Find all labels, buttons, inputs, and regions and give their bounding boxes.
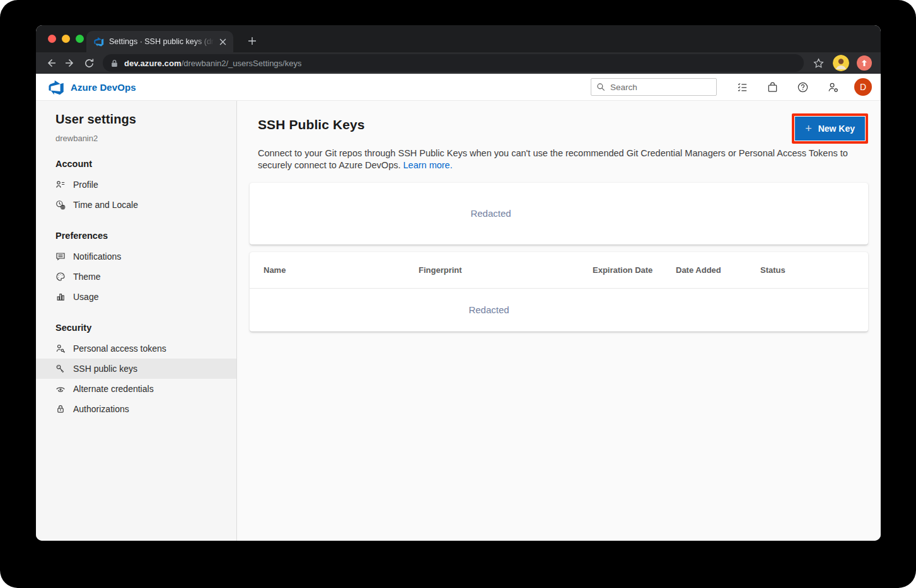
person-key-icon — [55, 343, 66, 354]
section-header-preferences: Preferences — [36, 231, 236, 241]
sidebar-item-label: Alternate credentials — [73, 384, 154, 394]
main-header-row: SSH Public Keys + New Key — [258, 113, 868, 144]
table-header-row: Name Fingerprint Expiration Date Date Ad… — [250, 252, 868, 289]
key-icon — [55, 364, 66, 374]
tab-title: Settings · SSH public keys (dre — [109, 37, 217, 46]
account-avatar[interactable]: D — [854, 78, 872, 96]
sidebar-item-personal-access-tokens[interactable]: Personal access tokens — [36, 338, 236, 359]
sidebar-item-alternate-credentials[interactable]: Alternate credentials — [36, 379, 236, 399]
sidebar-item-label: Authorizations — [73, 404, 129, 414]
sidebar-item-profile[interactable]: Profile — [36, 175, 236, 195]
avatar-initial: D — [860, 82, 866, 92]
minimize-window-button[interactable] — [62, 35, 70, 43]
new-tab-button[interactable] — [245, 33, 260, 49]
ssh-key-entry-card: Redacted — [250, 183, 868, 245]
comment-icon — [55, 251, 66, 262]
sidebar-item-time-and-locale[interactable]: Time and Locale — [36, 195, 236, 215]
sidebar-item-label: Theme — [73, 272, 101, 282]
eye-icon — [55, 384, 66, 394]
column-header-expiration-date: Expiration Date — [593, 265, 676, 275]
sidebar-item-usage[interactable]: Usage — [36, 287, 236, 307]
url-text: dev.azure.com/drewbanin2/_usersSettings/… — [124, 59, 301, 68]
search-box[interactable] — [591, 78, 717, 96]
browser-update-icon[interactable] — [857, 55, 872, 71]
plus-icon: + — [805, 123, 812, 134]
browser-tab[interactable]: Settings · SSH public keys (dre — [86, 31, 233, 52]
work-items-list-icon[interactable] — [727, 76, 757, 98]
sidebar-item-label: Usage — [73, 292, 98, 302]
column-header-name: Name — [264, 265, 419, 275]
tab-close-icon[interactable] — [217, 37, 228, 47]
sidebar-title: User settings — [36, 112, 236, 127]
new-key-button[interactable]: + New Key — [795, 117, 865, 141]
brand-name: Azure DevOps — [71, 82, 136, 93]
azure-devops-home-link[interactable]: Azure DevOps — [49, 79, 136, 95]
column-header-fingerprint: Fingerprint — [419, 265, 593, 275]
search-icon — [596, 83, 605, 91]
table-row: Redacted — [250, 289, 868, 331]
main-panel: SSH Public Keys + New Key Connect to you… — [237, 101, 881, 541]
user-settings-icon[interactable] — [818, 76, 848, 98]
sidebar-item-label: Profile — [73, 180, 98, 190]
forward-icon[interactable] — [61, 54, 79, 72]
zoom-window-button[interactable] — [76, 35, 84, 43]
page-title: SSH Public Keys — [258, 113, 365, 132]
close-window-button[interactable] — [48, 35, 56, 43]
settings-sidebar: User settings drewbanin2 Account Profile… — [36, 101, 237, 541]
browser-window: Settings · SSH public keys (dre — [36, 25, 881, 541]
profile-icon — [55, 180, 66, 190]
sidebar-item-notifications[interactable]: Notifications — [36, 246, 236, 267]
sidebar-item-authorizations[interactable]: Authorizations — [36, 399, 236, 419]
new-key-button-label: New Key — [818, 124, 855, 134]
azure-devops-logo-icon — [49, 79, 64, 95]
column-header-date-added: Date Added — [676, 265, 760, 275]
app-header: Azure DevOps D — [36, 74, 881, 101]
bar-chart-icon — [55, 292, 66, 302]
annotation-highlight: + New Key — [792, 113, 868, 144]
screenshot-canvas: Settings · SSH public keys (dre — [0, 0, 916, 588]
redacted-text: Redacted — [470, 208, 511, 219]
sidebar-item-ssh-public-keys[interactable]: SSH public keys — [36, 359, 236, 379]
ssh-keys-table: Name Fingerprint Expiration Date Date Ad… — [250, 252, 868, 331]
url-domain: dev.azure.com — [124, 59, 182, 68]
lock-icon — [110, 59, 119, 67]
sidebar-item-label: Notifications — [73, 251, 121, 262]
sidebar-item-label: Time and Locale — [73, 200, 138, 210]
azure-devops-favicon — [94, 37, 104, 47]
browser-toolbar: dev.azure.com/drewbanin2/_usersSettings/… — [36, 52, 881, 74]
redacted-text: Redacted — [468, 304, 509, 315]
traffic-lights — [48, 35, 84, 43]
sidebar-item-theme[interactable]: Theme — [36, 267, 236, 287]
back-icon[interactable] — [42, 54, 60, 72]
marketplace-bag-icon[interactable] — [757, 76, 787, 98]
tab-strip: Settings · SSH public keys (dre — [36, 25, 881, 52]
section-header-security: Security — [36, 323, 236, 333]
header-actions: D — [591, 76, 872, 98]
help-icon[interactable] — [787, 76, 818, 98]
lock-shield-icon — [55, 404, 66, 414]
reload-icon[interactable] — [80, 54, 98, 72]
address-bar[interactable]: dev.azure.com/drewbanin2/_usersSettings/… — [103, 54, 804, 72]
sidebar-username: drewbanin2 — [36, 134, 236, 143]
learn-more-link[interactable]: Learn more. — [403, 160, 453, 170]
search-input[interactable] — [610, 83, 711, 92]
section-header-account: Account — [36, 159, 236, 169]
page-content: User settings drewbanin2 Account Profile… — [36, 101, 881, 541]
clock-globe-icon — [55, 200, 66, 210]
palette-icon — [55, 272, 66, 282]
description-text: Connect to your Git repos through SSH Pu… — [258, 148, 848, 170]
column-header-status: Status — [760, 265, 868, 275]
bookmark-star-icon[interactable] — [810, 55, 826, 71]
url-path: /drewbanin2/_usersSettings/keys — [182, 59, 302, 68]
browser-profile-avatar[interactable] — [833, 55, 849, 71]
page-description: Connect to your Git repos through SSH Pu… — [258, 147, 860, 172]
sidebar-item-label: Personal access tokens — [73, 343, 166, 354]
sidebar-item-label: SSH public keys — [73, 364, 137, 374]
